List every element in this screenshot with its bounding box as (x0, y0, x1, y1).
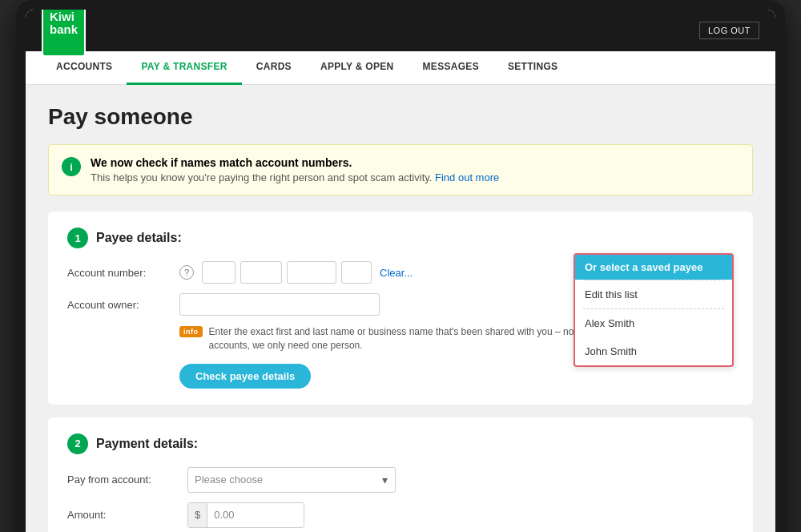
account-number-label: Account number: (67, 267, 171, 279)
nav-item-accounts[interactable]: ACCOUNTS (42, 51, 127, 85)
account-owner-input[interactable] (179, 293, 380, 316)
info-badge: info (179, 326, 203, 337)
page-title: Pay someone (48, 104, 753, 130)
clear-link[interactable]: Clear... (380, 267, 413, 279)
payment-details-section: 2 Payment details: Pay from account: Ple… (48, 417, 753, 532)
help-icon[interactable]: ? (179, 265, 194, 280)
info-banner-title: We now check if names match account numb… (91, 156, 499, 169)
pay-from-select[interactable]: Please choose (187, 467, 396, 493)
tablet-frame: Kiwibank. LOG OUT ACCOUNTS PAY & TRANSFE… (16, 0, 785, 532)
account-inputs (202, 261, 372, 284)
saved-payee-dropdown: Or select a saved payee Edit this list A… (574, 253, 734, 367)
logout-button[interactable]: LOG OUT (699, 22, 759, 39)
account-input-number[interactable] (287, 261, 336, 284)
account-owner-label: Account owner: (67, 299, 171, 311)
screen: Kiwibank. LOG OUT ACCOUNTS PAY & TRANSFE… (26, 10, 775, 532)
top-bar: Kiwibank. LOG OUT (26, 10, 775, 51)
info-banner-description: This helps you know you're paying the ri… (91, 171, 499, 183)
pay-from-row: Pay from account: Please choose (67, 467, 734, 493)
pay-from-label: Pay from account: (67, 474, 179, 486)
check-payee-button[interactable]: Check payee details (179, 364, 311, 389)
amount-wrapper: $ (187, 502, 304, 528)
select-saved-payee-button[interactable]: Or select a saved payee (575, 255, 732, 280)
logo-text: Kiwibank. (50, 10, 78, 51)
payee-john-smith[interactable]: John Smith (575, 337, 732, 365)
section2-number: 2 (67, 433, 88, 454)
section1-number: 1 (67, 228, 88, 248)
nav-item-settings[interactable]: SETTINGS (493, 51, 572, 85)
main-nav: ACCOUNTS PAY & TRANSFER CARDS APPLY & OP… (26, 51, 775, 85)
nav-item-cards[interactable]: CARDS (242, 51, 306, 85)
edit-list-item[interactable]: Edit this list (575, 280, 732, 308)
account-input-suffix[interactable] (341, 261, 372, 284)
amount-prefix: $ (188, 503, 207, 527)
info-circle-icon: i (62, 157, 81, 176)
find-out-more-link[interactable]: Find out more (435, 171, 499, 183)
payee-details-section: 1 Payee details: Account number: ? Clear… (48, 212, 753, 405)
account-input-branch[interactable] (240, 261, 282, 284)
section1-header: 1 Payee details: (67, 228, 734, 248)
amount-input[interactable] (207, 503, 304, 527)
nav-item-messages[interactable]: MESSAGES (409, 51, 493, 85)
pay-from-select-wrapper: Please choose (187, 467, 396, 493)
section2-title: Payment details: (96, 437, 198, 451)
payee-alex-smith[interactable]: Alex Smith (575, 309, 732, 337)
info-banner: i We now check if names match account nu… (48, 144, 753, 195)
nav-item-pay-transfer[interactable]: PAY & TRANSFER (127, 51, 241, 85)
amount-label: Amount: (67, 509, 179, 521)
info-banner-text: We now check if names match account numb… (91, 156, 499, 183)
account-input-bank[interactable] (202, 261, 235, 284)
page-content: Pay someone i We now check if names matc… (26, 85, 775, 532)
amount-row: Amount: $ (67, 502, 734, 528)
logo: Kiwibank. (42, 10, 86, 57)
nav-item-apply-open[interactable]: APPLY & OPEN (306, 51, 409, 85)
section2-header: 2 Payment details: (67, 433, 734, 454)
section1-title: Payee details: (96, 231, 182, 245)
logo-box: Kiwibank. (42, 10, 86, 57)
